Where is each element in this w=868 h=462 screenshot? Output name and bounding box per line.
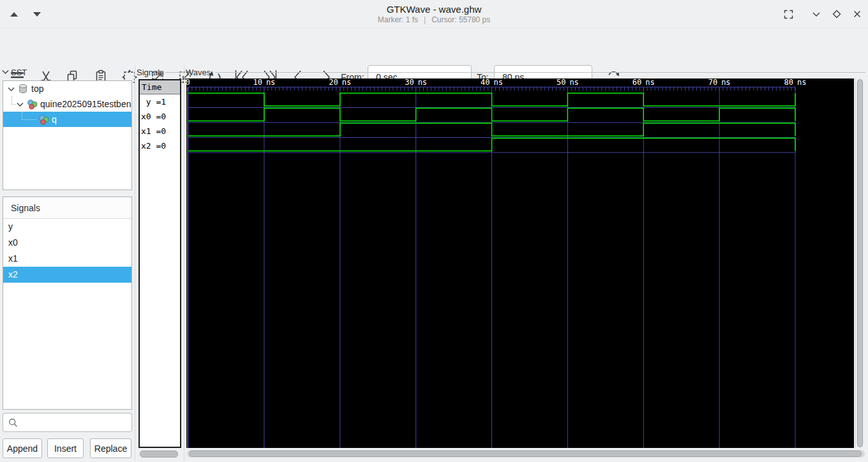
tree-item-label: q [52,114,57,124]
pane-splitter-right[interactable] [184,66,184,462]
tree-item-testbench[interactable]: quine20250915testbench [3,96,131,112]
maximize-button[interactable] [831,9,842,20]
svg-text:20: 20 [329,78,338,87]
wave-vscrollbar-thumb[interactable] [857,79,863,447]
fullscreen-button[interactable] [782,9,794,20]
signals-frame-label: Signals [137,68,164,77]
svg-text:ns: ns [645,78,654,87]
signal-list-header: Signals [3,197,131,219]
nav-down-button[interactable] [28,8,46,20]
window-title: GTKWave - wave.ghw [0,3,868,15]
titlebar-text: GTKWave - wave.ghw Marker: 1 fs|Cursor: … [0,3,868,25]
status-separator: | [424,15,426,24]
replace-button[interactable]: Replace [90,438,131,458]
wave-trace-y [188,93,795,106]
tree-item-label: top [31,84,43,94]
wave-hscrollbar [187,450,865,458]
window-subtitle: Marker: 1 fs|Cursor: 55780 ps [0,15,868,25]
svg-text:ns: ns [342,78,351,87]
tree-item-top[interactable]: top [3,81,131,96]
sst-tree: top quine20250915testbench q [3,80,132,190]
pane-splitter-left[interactable] [135,66,135,462]
svg-text:50: 50 [557,78,565,87]
module-spheres-icon [38,114,49,125]
wave-canvas[interactable]: 010ns20ns30ns40ns50ns60ns70ns80ns [186,78,854,448]
svg-text:ns: ns [418,78,427,87]
wave-trace-x0 [188,108,795,121]
triangle-down-icon [33,11,41,17]
search-icon [8,418,18,428]
signal-list-item-x0[interactable]: x0 [3,235,131,251]
nav-up-button[interactable] [5,8,23,20]
chevron-down-icon [811,9,821,19]
sst-header-label: SST [11,68,27,77]
signal-value-row-y[interactable]: y =1 [140,94,180,109]
minimize-button[interactable] [811,9,822,20]
svg-text:70: 70 [708,78,717,87]
waveform-drawing: 010ns20ns30ns40ns50ns60ns70ns80ns [186,78,854,448]
close-button[interactable] [851,9,863,20]
marker-status: Marker: 1 fs [378,15,418,24]
signal-list-item-x2[interactable]: x2 [3,267,131,283]
svg-text:0: 0 [186,78,190,87]
toolbar: From: To: [0,29,868,66]
search-input[interactable] [21,414,130,431]
wave-trace-x1 [188,123,795,136]
svg-text:ns: ns [721,78,730,87]
headerbar: GTKWave - wave.ghw Marker: 1 fs|Cursor: … [0,0,868,28]
signal-search-list: Signals y x0 x1 x2 [3,197,132,410]
expander-down-icon[interactable] [17,102,24,107]
signal-value-row-x0[interactable]: x0 =0 [140,109,180,124]
svg-text:10: 10 [253,78,262,87]
waves-frame-label: Waves [186,68,211,77]
signal-search-box [3,413,132,432]
gtkwave-window: GTKWave - wave.ghw Marker: 1 fs|Cursor: … [0,0,868,462]
svg-text:ns: ns [569,78,578,87]
expander-down-icon[interactable] [8,87,15,92]
wave-hscrollbar-thumb[interactable] [189,451,862,457]
svg-text:ns: ns [797,78,806,87]
signal-value-row-x2[interactable]: x2 =0 [140,138,180,153]
signal-name-hscrollbar [140,451,178,458]
tree-item-label: quine20250915testbench [40,99,131,109]
signal-list-item-x1[interactable]: x1 [3,251,131,267]
signal-value-row-x1[interactable]: x1 =0 [140,124,180,138]
signal-list-item-y[interactable]: y [3,219,131,235]
cursor-status: Cursor: 55780 ps [431,15,490,24]
triangle-up-icon [10,11,19,17]
svg-text:30: 30 [405,78,414,87]
close-icon [852,9,862,19]
svg-text:ns: ns [266,78,275,87]
append-button[interactable]: Append [3,438,42,458]
signal-name-list: Time y =1 x0 =0 x1 =0 x2 =0 [138,79,181,448]
time-header[interactable]: Time [140,80,180,94]
scope-cylinder-icon [18,84,28,94]
insert-button[interactable]: Insert [47,438,84,458]
svg-text:ns: ns [494,78,503,87]
svg-text:80: 80 [784,78,793,87]
diamond-icon [832,9,842,19]
signal-name-hscrollbar-thumb[interactable] [140,451,178,458]
wave-trace-x2 [188,138,795,151]
wave-vscrollbar [855,78,864,448]
module-spheres-icon [27,99,38,110]
svg-text:40: 40 [481,78,490,87]
sst-expander-icon[interactable] [2,70,9,75]
fullscreen-icon [783,9,794,20]
tree-item-q[interactable]: q [3,112,131,127]
svg-text:60: 60 [632,78,641,87]
